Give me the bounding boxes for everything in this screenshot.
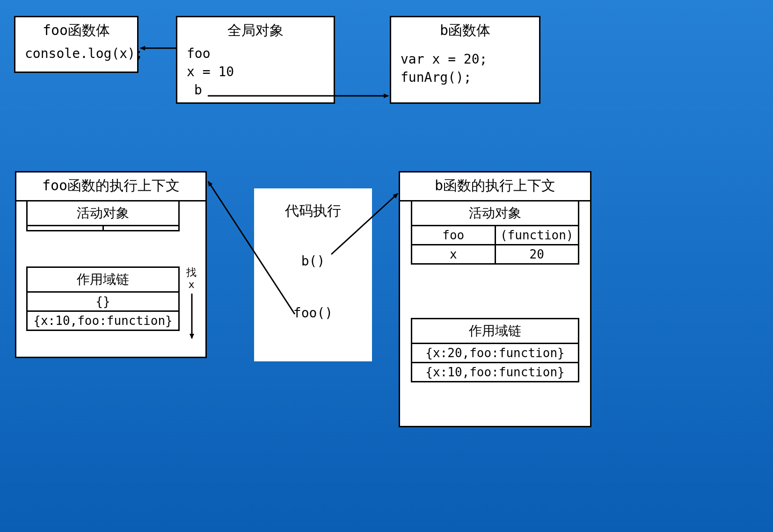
b-ao-key-1: foo: [412, 226, 495, 244]
code-exec-b: b(): [254, 225, 372, 271]
b-scope-chain-table: 作用域链 {x:20,foo:function} {x:10,foo:funct…: [411, 318, 579, 382]
global-object-box: 全局对象 foo x = 10 b: [176, 16, 335, 104]
foo-scope-row-1: {}: [28, 293, 178, 310]
b-context-title: b函数的执行上下文: [400, 173, 590, 201]
b-ao-val-2: 20: [495, 245, 578, 263]
b-active-object-header: 活动对象: [412, 201, 578, 226]
foo-ao-val: [102, 226, 179, 230]
foo-scope-chain-header: 作用域链: [28, 268, 178, 293]
b-body-l2: funArg();: [391, 69, 539, 87]
find-x-l1: 找: [186, 266, 197, 278]
b-scope-row-2: {x:10,foo:function}: [412, 363, 578, 381]
find-x-l2: x: [188, 279, 194, 290]
foo-scope-chain-table: 作用域链 {} {x:10,foo:function}: [26, 266, 180, 331]
foo-body-box: foo函数体 console.log(x);: [14, 16, 139, 73]
global-object-b: b: [177, 81, 334, 100]
code-exec-foo: foo(): [254, 271, 372, 323]
global-object-x: x = 10: [177, 63, 334, 81]
foo-active-object-table: 活动对象: [26, 200, 180, 231]
b-scope-row-1: {x:20,foo:function}: [412, 344, 578, 362]
b-ao-val-1: (function): [495, 226, 578, 244]
foo-active-object-header: 活动对象: [28, 201, 178, 226]
foo-scope-row-2: {x:10,foo:function}: [28, 312, 178, 330]
b-scope-chain-header: 作用域链: [412, 319, 578, 344]
foo-ao-key: [28, 226, 102, 230]
global-object-title: 全局对象: [177, 17, 334, 45]
b-ao-key-2: x: [412, 245, 495, 263]
foo-active-object-row: [28, 226, 178, 230]
b-body-box: b函数体 var x = 20; funArg();: [390, 16, 540, 104]
b-body-title: b函数体: [391, 17, 539, 45]
global-object-foo: foo: [177, 45, 334, 63]
code-exec-box: 代码执行 b() foo(): [254, 188, 372, 361]
foo-body-code: console.log(x);: [15, 45, 137, 63]
b-active-object-table: 活动对象 foo (function) x 20: [411, 200, 579, 265]
foo-context-title: foo函数的执行上下文: [16, 173, 205, 201]
find-x-label: 找 x: [186, 266, 197, 291]
code-exec-title: 代码执行: [254, 188, 372, 225]
b-body-l1: var x = 20;: [391, 45, 539, 69]
foo-body-title: foo函数体: [15, 17, 137, 45]
